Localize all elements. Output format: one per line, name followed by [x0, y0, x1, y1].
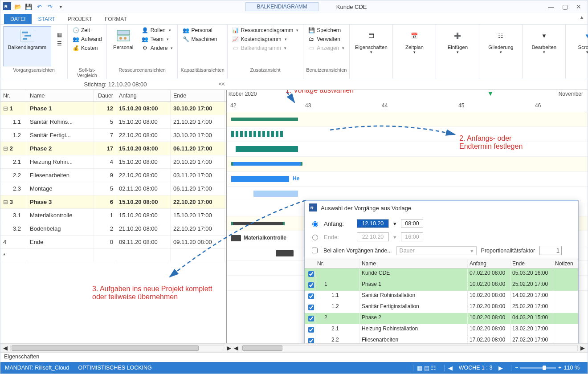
- list-small-icon[interactable]: ☰: [54, 40, 65, 48]
- dcol-nr[interactable]: Nr.: [315, 259, 360, 268]
- ressourcendiagramm-button[interactable]: 📊Ressourcendiagramm: [230, 26, 300, 34]
- tab-projekt[interactable]: PROJEKT: [61, 14, 98, 24]
- tab-file[interactable]: DATEI: [4, 14, 32, 24]
- date-dropdown-icon-2[interactable]: ▾: [393, 234, 396, 240]
- scrollen-button[interactable]: ▼Scrollen▾: [568, 26, 588, 66]
- change-all-checkbox[interactable]: [312, 248, 318, 253]
- col-dauer[interactable]: Dauer: [94, 90, 116, 102]
- gliederung-button[interactable]: ☷Gliederung▾: [482, 26, 519, 66]
- bearbeiten-button[interactable]: ▼Bearbeiten▾: [525, 26, 563, 66]
- dialog-table-row[interactable]: 2Phase 210.02.20 08:0004.03.20 15:00: [305, 313, 578, 324]
- kostendiagramm-button[interactable]: 📈Kostendiagramm: [230, 35, 300, 43]
- rollen-button[interactable]: 👤Rollen: [140, 26, 175, 34]
- col-name[interactable]: Name: [27, 90, 94, 102]
- zoom-out-icon[interactable]: −: [515, 365, 518, 371]
- table-row[interactable]: 2.2Fliesenarbeiten922.10.20 08:0003.11.2…: [0, 169, 226, 182]
- table-row[interactable]: 3.2Bodenbelag221.10.20 08:0022.10.20 17:…: [0, 222, 226, 236]
- ribbon-collapse-icon[interactable]: ▲: [580, 15, 584, 20]
- row-checkbox[interactable]: [308, 282, 314, 288]
- contextual-tab-label: BALKENDIAGRAMM: [245, 2, 318, 11]
- close-button[interactable]: ✕: [576, 3, 581, 10]
- qat-dropdown-icon[interactable]: ▾: [57, 3, 65, 11]
- ende-radio-row[interactable]: Ende: 22.10.20 ▾ 16:00: [310, 232, 573, 241]
- dcol-anf[interactable]: Anfang: [468, 259, 510, 268]
- dialog-table-row[interactable]: 1Phase 110.02.20 08:0025.02.20 17:00: [305, 280, 578, 291]
- prop-factor-input[interactable]: [539, 246, 562, 255]
- personal-icon: [116, 28, 131, 43]
- redo-icon[interactable]: ↷: [46, 3, 54, 11]
- change-all-label: Bei allen Vorgängen ände...: [323, 248, 392, 254]
- tab-format[interactable]: FORMAT: [98, 14, 133, 24]
- dcol-not[interactable]: Notizen: [553, 259, 578, 268]
- anfang-radio[interactable]: [312, 221, 318, 227]
- status-view-icons[interactable]: ▦ ▤ ☷: [413, 365, 440, 371]
- ende-date-input[interactable]: 22.10.20: [357, 232, 389, 241]
- row-checkbox[interactable]: [308, 338, 314, 343]
- dcol-end[interactable]: Ende: [510, 259, 553, 268]
- table-row[interactable]: 1.1Sanitär Rohins...515.10.20 08:0021.10…: [0, 115, 226, 129]
- properties-panel-label[interactable]: Eigenschaften: [0, 352, 588, 362]
- balkendiagramm-button[interactable]: Balkendiagramm: [3, 26, 51, 66]
- anfang-radio-row[interactable]: Anfang: 12.10.20 ▾ 08:00: [310, 219, 573, 228]
- ende-radio[interactable]: [312, 235, 318, 240]
- row-checkbox[interactable]: [308, 293, 314, 299]
- dialog-table-row[interactable]: 2.1Heizung Rohinstallation10.02.20 08:00…: [305, 324, 578, 335]
- ende-time-input[interactable]: 16:00: [401, 232, 423, 241]
- col-ende[interactable]: Ende: [171, 90, 225, 102]
- costchart-icon: 📈: [232, 36, 239, 43]
- zoom-next-icon[interactable]: ▶: [498, 365, 503, 371]
- row-checkbox[interactable]: [308, 305, 314, 310]
- table-row[interactable]: 1.2Sanitär Fertigi...722.10.20 08:0030.1…: [0, 129, 226, 142]
- table-row[interactable]: 2Phase 21715.10.20 08:0006.11.20 17:00: [0, 142, 226, 155]
- table-row[interactable]: *: [0, 249, 226, 262]
- zeit-button[interactable]: 🕒Zeit: [70, 26, 104, 34]
- zoom-prev-icon[interactable]: ◀: [448, 365, 453, 371]
- eigenschaften-button[interactable]: 🗔Eigenschaften▾: [352, 26, 390, 66]
- date-dropdown-icon[interactable]: ▾: [393, 220, 396, 227]
- anfang-date-input[interactable]: 12.10.20: [357, 219, 389, 228]
- view-verwalten-button[interactable]: 🗂Verwalten: [306, 35, 346, 43]
- maximize-button[interactable]: ▢: [562, 3, 568, 10]
- table-row[interactable]: 4Ende009.11.20 08:0009.11.20 08:00: [0, 236, 226, 249]
- col-nr[interactable]: Nr.: [0, 90, 27, 102]
- minimize-button[interactable]: —: [548, 3, 554, 10]
- cap-personal-button[interactable]: 👥Personal: [180, 26, 219, 34]
- save-icon[interactable]: 💾: [24, 3, 33, 11]
- kosten-button[interactable]: 💰Kosten: [70, 44, 104, 52]
- ribbon-group-zusatz: 📊Ressourcendiagramm 📈Kostendiagramm ▭Bal…: [228, 24, 303, 79]
- row-checkbox[interactable]: [308, 316, 314, 321]
- row-checkbox[interactable]: [308, 327, 314, 333]
- cap-maschinen-button[interactable]: 🔧Maschinen: [180, 35, 219, 43]
- dialog-table-row[interactable]: 2.2Fliesenarbeiten17.02.20 08:0027.02.20…: [305, 335, 578, 343]
- col-anfang[interactable]: Anfang: [116, 90, 171, 102]
- netzplan-small-icon[interactable]: ▦: [54, 31, 65, 39]
- zeitplan-button[interactable]: 📅Zeitplan▾: [396, 26, 433, 66]
- tab-start[interactable]: START: [32, 14, 61, 24]
- einfuegen-button[interactable]: ➕Einfügen▾: [439, 26, 476, 66]
- ribbon-tabstrip: DATEI START PROJEKT FORMAT ▲: [0, 13, 588, 24]
- team-button[interactable]: 👥Team: [140, 35, 175, 43]
- table-row[interactable]: 2.3Montage502.11.20 08:0006.11.20 17:00: [0, 182, 226, 195]
- table-row[interactable]: 1Phase 11215.10.20 08:0030.10.20 17:00: [0, 102, 226, 115]
- grid-collapse-button[interactable]: <<: [219, 81, 225, 87]
- row-checkbox[interactable]: [308, 271, 314, 277]
- h-scrollbar[interactable]: ◀ ▶ ◀ ▶: [0, 343, 588, 352]
- undo-icon[interactable]: ↶: [35, 3, 43, 11]
- personal-big-button[interactable]: Personal: [110, 26, 137, 66]
- andere-button[interactable]: ⚙Andere: [140, 44, 175, 52]
- aufwand-button[interactable]: 👥Aufwand: [70, 35, 104, 43]
- dcol-name[interactable]: Name: [360, 259, 468, 268]
- dialog-table-row[interactable]: 1.2Sanitär Fertiginstallation17.02.20 08…: [305, 302, 578, 313]
- change-field-select[interactable]: Dauer: [396, 246, 477, 255]
- ribbon-group-gliederung: ☷Gliederung▾: [479, 24, 523, 79]
- view-speichern-button[interactable]: 💾Speichern: [306, 26, 346, 34]
- dialog-table-row[interactable]: 1.1Sanitär Rohinstallation10.02.20 08:00…: [305, 291, 578, 302]
- table-row[interactable]: 2.1Heizung Rohin...415.10.20 08:0020.10.…: [0, 155, 226, 169]
- template-dialog: R Auswahl der Vorgänge aus Vorlage Anfan…: [304, 200, 579, 343]
- zoom-in-icon[interactable]: +: [558, 365, 561, 371]
- dialog-table-row[interactable]: Kunde CDE07.02.20 08:0005.03.20 16:00: [305, 268, 578, 280]
- table-row[interactable]: 3Phase 3615.10.20 08:0022.10.20 17:00: [0, 195, 226, 209]
- anfang-time-input[interactable]: 08:00: [401, 219, 423, 228]
- open-icon[interactable]: 📂: [14, 3, 22, 11]
- table-row[interactable]: 3.1Materialkontrolle115.10.20 08:0015.10…: [0, 209, 226, 222]
